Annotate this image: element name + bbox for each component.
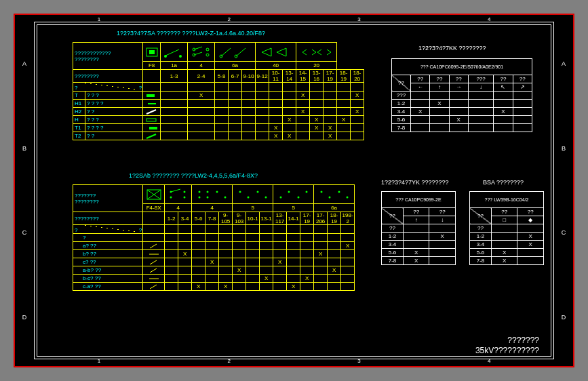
table-row: T? ? ?XXX	[73, 92, 364, 100]
arrow-down-icon: ↓	[468, 83, 493, 92]
svg-point-3	[164, 55, 167, 58]
svg-line-17	[146, 110, 156, 114]
col-6a: 6a	[215, 62, 256, 70]
col-40: 40	[256, 62, 296, 70]
svg-point-8	[206, 54, 209, 56]
col: ??	[411, 75, 430, 83]
table-row: a-b? ??XX	[73, 266, 355, 275]
title-7yk: 1?2?3?4?7YK ????????	[381, 179, 449, 186]
table-row: 1-2X	[470, 233, 544, 241]
table-row: 3-4X	[470, 241, 544, 249]
title-7kk: 1?2?3?4?7KK ????????	[418, 45, 486, 52]
svg-point-33	[216, 190, 218, 193]
dots-icon	[277, 188, 311, 201]
svg-line-10	[194, 52, 202, 55]
svg-point-27	[183, 196, 185, 198]
hdr-text2: ????????	[75, 56, 99, 62]
table-row: ?	[73, 234, 355, 242]
table-bsa: ??? LW39B-16C04/2 ?? ?? ?? □ ◆ ??1-2X3-4…	[469, 191, 544, 265]
hdr-text2: ????????	[75, 199, 99, 205]
sub: 6-7	[229, 70, 242, 83]
table-row: H1? ? ? ?	[73, 100, 364, 108]
sub: 9-12	[256, 70, 269, 83]
table-row: b? ??XX	[73, 250, 355, 258]
table-row: b-c? ??XX	[73, 275, 355, 283]
svg-point-35	[239, 190, 241, 193]
arrow-down-icon: ↓	[429, 216, 456, 224]
arrow-up-icon: ↑	[430, 83, 449, 92]
sub: 14-1	[287, 212, 300, 225]
table-row: 3-4XX	[392, 108, 532, 116]
svg-point-36	[247, 196, 249, 198]
sub: 18-19	[337, 70, 351, 83]
svg-line-28	[171, 189, 180, 192]
ruler-left: ABCD	[15, 22, 34, 359]
table-row: 7-8X	[382, 257, 456, 265]
svg-rect-19	[149, 127, 157, 129]
sub: 9-10	[242, 70, 256, 83]
col-F8: F8	[143, 62, 161, 70]
col: 6a	[314, 204, 355, 212]
dots-icon	[167, 188, 190, 201]
svg-point-31	[206, 190, 208, 193]
table-row: 1-2X	[392, 100, 532, 108]
title-bsa: BSA ????????	[483, 179, 524, 186]
col: ??	[429, 208, 456, 216]
svg-rect-18	[146, 119, 156, 121]
sub: 1-3	[161, 70, 188, 83]
sub: 17-19	[324, 70, 337, 83]
col: ??	[430, 75, 449, 83]
hdr: ??? CA10PC6095-2E/S0760/A0E2/901	[392, 59, 532, 75]
col: ??	[492, 208, 517, 216]
col: ??	[494, 75, 513, 83]
diamond-icon: ◆	[517, 216, 544, 224]
relay2-icon	[300, 45, 334, 59]
table-row: 1-2X	[382, 233, 456, 241]
svg-rect-1	[149, 50, 155, 54]
svg-point-41	[297, 196, 299, 198]
table-row: H? ? ?XXX	[73, 116, 364, 124]
col: ??	[449, 75, 468, 83]
hdr-label: ????????	[73, 212, 143, 225]
table-row: 3-4	[382, 241, 456, 249]
table-2sab: ??????? ???????? F4-8X 4 4 5 5 6a ??????…	[73, 184, 355, 291]
sub: 3-4	[178, 212, 192, 225]
box-icon	[145, 188, 163, 201]
svg-point-42	[305, 190, 307, 193]
col: ??	[513, 75, 532, 83]
sub: 18-19	[328, 212, 341, 225]
table-row: ??	[470, 224, 544, 233]
svg-point-4	[179, 55, 182, 58]
sub: 5-6	[192, 212, 205, 225]
table-7yk: ??? CA10PC9099-2E ?? ?? ?? ↑ ↓ ??1-2X3-4…	[381, 191, 456, 265]
dots-icon	[195, 188, 229, 201]
sub: 9-105	[219, 212, 233, 225]
svg-line-50	[150, 268, 157, 273]
table-row: ??	[382, 224, 456, 233]
sheet-title-line2: 35kV??????????	[475, 346, 539, 355]
arrow-nw-icon: ↖	[494, 83, 513, 92]
table-7sa: ???????????? ???????? F8	[73, 42, 364, 140]
switch-set-icon	[190, 45, 213, 59]
svg-line-52	[150, 285, 157, 289]
drawing-frame: 1234 1234 ABCD ABCD 1?2?3?4?7SA ??????? …	[14, 14, 574, 367]
sub: 13-1	[260, 212, 273, 225]
col-1a: 1a	[161, 62, 188, 70]
corner: ??	[398, 80, 404, 86]
table-row: 7-8X	[470, 257, 544, 265]
table-row: a? ??X	[73, 242, 355, 250]
svg-point-34	[224, 196, 226, 198]
arrow-ne-icon: ↗	[513, 83, 532, 92]
table-7kk: ??? CA10PC6095-2E/S0760/A0E2/901 ?? ?? ?…	[391, 58, 532, 132]
table-row: 7-8	[392, 124, 532, 132]
sheet-title-line1: ???????	[475, 336, 539, 345]
title-7sa: 1?2?3?4?7SA ??????? ????LW2-Z-1a.4.6a.40…	[117, 30, 265, 37]
svg-line-47	[150, 244, 157, 248]
sub: 13-14	[283, 70, 296, 83]
svg-point-7	[206, 48, 209, 51]
svg-point-37	[256, 190, 258, 193]
sub: 13-117	[273, 212, 287, 225]
arrow-up-icon: ↑	[404, 216, 429, 224]
sub: 5-8	[215, 70, 229, 83]
svg-point-39	[279, 196, 281, 198]
